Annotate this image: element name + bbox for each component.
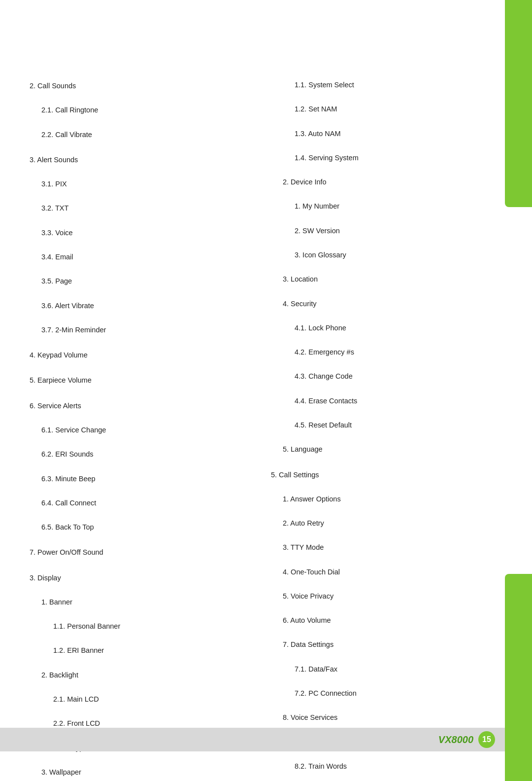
menu-item: 3. Wallpaper: [41, 766, 251, 779]
page-number-badge: 15: [478, 731, 495, 748]
menu-item: 3. Alert Sounds: [30, 154, 251, 166]
menu-item: 6.2. ERI Sounds: [41, 448, 251, 461]
main-content: 2. Call Sounds2.1. Call Ringtone2.2. Cal…: [30, 79, 493, 717]
menu-item: 1.3. Auto NAM: [295, 128, 493, 140]
menu-item: 4. Security: [283, 298, 493, 310]
menu-item: 2. Device Info: [283, 176, 493, 188]
menu-item: 4. Keypad Volume: [30, 349, 251, 361]
menu-item: 3.1. PIX: [41, 178, 251, 190]
menu-item: 4.3. Change Code: [295, 370, 493, 383]
menu-item: 1.1. System Select: [295, 79, 493, 91]
menu-item: 1.4. Serving System: [295, 152, 493, 164]
menu-item: 2. SW Version: [295, 225, 493, 237]
column-left: 2. Call Sounds2.1. Call Ringtone2.2. Cal…: [30, 79, 261, 717]
menu-item: 4.2. Emergency #s: [295, 346, 493, 358]
menu-item: 3. Location: [283, 273, 493, 285]
menu-item: 7.1. Data/Fax: [295, 663, 493, 675]
menu-item: 1. Banner: [41, 596, 251, 608]
menu-item: 2. Call Sounds: [30, 80, 251, 92]
menu-item: 3.5. Page: [41, 275, 251, 287]
menu-item: 5. Call Settings: [271, 469, 493, 481]
menu-item: 2. Auto Retry: [283, 517, 493, 530]
footer-bar: VX8000 15: [0, 728, 505, 751]
menu-item: 1. Answer Options: [283, 493, 493, 505]
menu-item: 8. Voice Services: [283, 711, 493, 724]
column-right: 1.1. System Select1.2. Set NAM1.3. Auto …: [261, 79, 493, 717]
menu-item: 2. Backlight: [41, 669, 251, 681]
page-container: 2. Call Sounds2.1. Call Ringtone2.2. Cal…: [0, 0, 532, 781]
menu-item: 1.1. Personal Banner: [53, 620, 251, 633]
menu-item: 5. Language: [283, 443, 493, 456]
menu-item: 3. Icon Glossary: [295, 249, 493, 261]
green-bar-bottom: [505, 574, 532, 781]
model-label: VX8000: [438, 734, 473, 746]
menu-item: 3. Display: [30, 572, 251, 584]
menu-item: 5. Voice Privacy: [283, 590, 493, 603]
menu-item: 6.5. Back To Top: [41, 521, 251, 533]
menu-item: 7. Data Settings: [283, 639, 493, 651]
menu-item: 3.7. 2-Min Reminder: [41, 324, 251, 336]
menu-item: 2.1. Call Ringtone: [41, 104, 251, 116]
menu-item: 3. TTY Mode: [283, 541, 493, 554]
menu-item: 6.3. Minute Beep: [41, 473, 251, 485]
green-bar-top: [505, 0, 532, 207]
menu-item: 4.4. Erase Contacts: [295, 395, 493, 407]
menu-item: 3.6. Alert Vibrate: [41, 300, 251, 312]
menu-item: 6.4. Call Connect: [41, 497, 251, 509]
menu-item: 7.2. PC Connection: [295, 687, 493, 700]
menu-item: 5. Earpiece Volume: [30, 374, 251, 387]
menu-item: 1.2. Set NAM: [295, 103, 493, 115]
menu-item: 3.4. Email: [41, 251, 251, 263]
menu-item: 4. One-Touch Dial: [283, 566, 493, 578]
menu-item: 3.2. TXT: [41, 202, 251, 214]
menu-item: 6. Auto Volume: [283, 614, 493, 627]
menu-item: 8.2. Train Words: [295, 760, 493, 773]
menu-item: 4.1. Lock Phone: [295, 322, 493, 334]
menu-item: 2.1. Main LCD: [53, 693, 251, 706]
menu-item: 4.5. Reset Default: [295, 419, 493, 431]
menu-item: 6.1. Service Change: [41, 424, 251, 436]
menu-item: 7. Power On/Off Sound: [30, 546, 251, 559]
menu-item: 2.2. Call Vibrate: [41, 129, 251, 141]
menu-item: 1. My Number: [295, 200, 493, 213]
menu-item: 3.3. Voice: [41, 227, 251, 239]
menu-item: 6. Service Alerts: [30, 400, 251, 412]
menu-item: 1.2. ERI Banner: [53, 644, 251, 657]
